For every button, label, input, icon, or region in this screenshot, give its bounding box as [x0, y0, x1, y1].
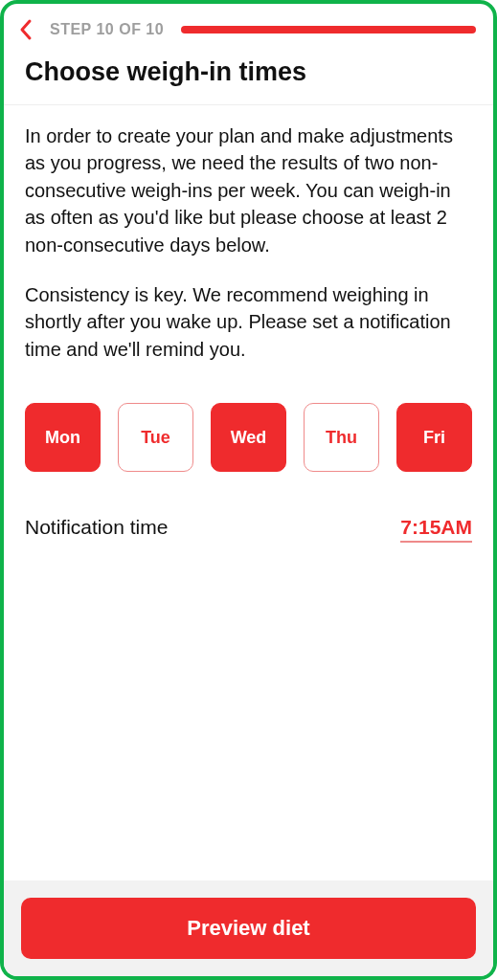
content-area: In order to create your plan and make ad… — [4, 105, 493, 880]
page-title: Choose weigh-in times — [4, 52, 493, 104]
progress-bar — [181, 26, 476, 33]
day-chip-thu[interactable]: Thu — [304, 403, 379, 472]
day-label: Fri — [423, 428, 445, 448]
footer: Preview diet — [4, 880, 493, 976]
day-chip-mon[interactable]: Mon — [25, 403, 101, 472]
day-chip-fri[interactable]: Fri — [396, 403, 472, 472]
day-picker: Mon Tue Wed Thu Fri — [25, 403, 472, 472]
day-label: Mon — [45, 428, 80, 448]
step-counter: STEP 10 OF 10 — [50, 21, 164, 38]
app-frame: STEP 10 OF 10 Choose weigh-in times In o… — [0, 0, 497, 980]
preview-diet-button[interactable]: Preview diet — [21, 898, 476, 959]
notification-time-label: Notification time — [25, 516, 168, 539]
top-bar: STEP 10 OF 10 — [4, 4, 493, 52]
day-label: Wed — [231, 428, 267, 448]
instruction-paragraph-1: In order to create your plan and make ad… — [25, 122, 472, 258]
instruction-paragraph-2: Consistency is key. We recommend weighin… — [25, 281, 472, 363]
notification-time-value[interactable]: 7:15AM — [400, 516, 472, 543]
day-chip-tue[interactable]: Tue — [118, 403, 193, 472]
notification-time-row: Notification time 7:15AM — [25, 516, 472, 543]
day-chip-wed[interactable]: Wed — [211, 403, 286, 472]
day-label: Tue — [141, 428, 170, 448]
back-chevron-icon[interactable] — [13, 17, 38, 42]
day-label: Thu — [326, 428, 357, 448]
